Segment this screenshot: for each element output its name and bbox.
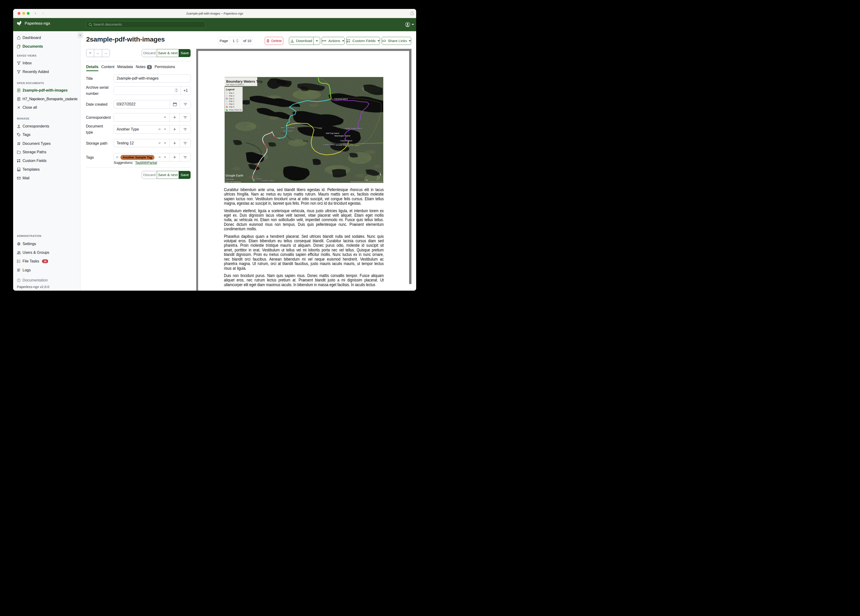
svg-text:Lincoln Island: Lincoln Island bbox=[341, 140, 352, 142]
svg-text:Indian Grave Island: Indian Grave Island bbox=[345, 127, 362, 129]
svg-text:Day 4: Day 4 bbox=[229, 100, 234, 102]
svg-text:Six days in BWCA: Six days in BWCA bbox=[226, 83, 245, 86]
svg-text:Day 1: Day 1 bbox=[229, 92, 234, 94]
svg-text:Hausons Island: Hausons Island bbox=[334, 98, 348, 100]
svg-text:N: N bbox=[377, 176, 380, 181]
svg-text:Image © 2017 DigitalGlobe: Image © 2017 DigitalGlobe bbox=[225, 181, 241, 183]
svg-text:Norway Island: Norway Island bbox=[336, 144, 348, 146]
svg-text:3 mi: 3 mi bbox=[364, 179, 368, 181]
svg-text:New York Island: New York Island bbox=[281, 127, 295, 129]
svg-text:Legend: Legend bbox=[226, 88, 234, 91]
svg-text:Google Earth: Google Earth bbox=[226, 174, 243, 177]
svg-text:Day 3: Day 3 bbox=[229, 97, 234, 100]
svg-text:Gary Island: Gary Island bbox=[283, 130, 293, 132]
svg-text:© 2017 Google: © 2017 Google bbox=[225, 179, 234, 180]
svg-text:Entry Point 24: Entry Point 24 bbox=[229, 109, 242, 111]
svg-text:Canoe Island: Canoe Island bbox=[323, 143, 335, 146]
svg-text:Mile Island: Mile Island bbox=[252, 178, 262, 180]
svg-text:Boundary Waters Trip: Boundary Waters Trip bbox=[226, 79, 263, 83]
svg-text:Charlies Island: Charlies Island bbox=[261, 179, 274, 182]
svg-text:Washington Island: Washington Island bbox=[334, 135, 350, 137]
svg-text:Day 2: Day 2 bbox=[229, 94, 234, 97]
svg-text:Text: Text bbox=[303, 140, 308, 143]
svg-text:Squirrel Island: Squirrel Island bbox=[347, 145, 359, 146]
svg-text:Day 6: Day 6 bbox=[229, 106, 234, 108]
svg-text:Day 5: Day 5 bbox=[229, 103, 234, 105]
svg-text:Half Dog Island: Half Dog Island bbox=[326, 132, 339, 134]
